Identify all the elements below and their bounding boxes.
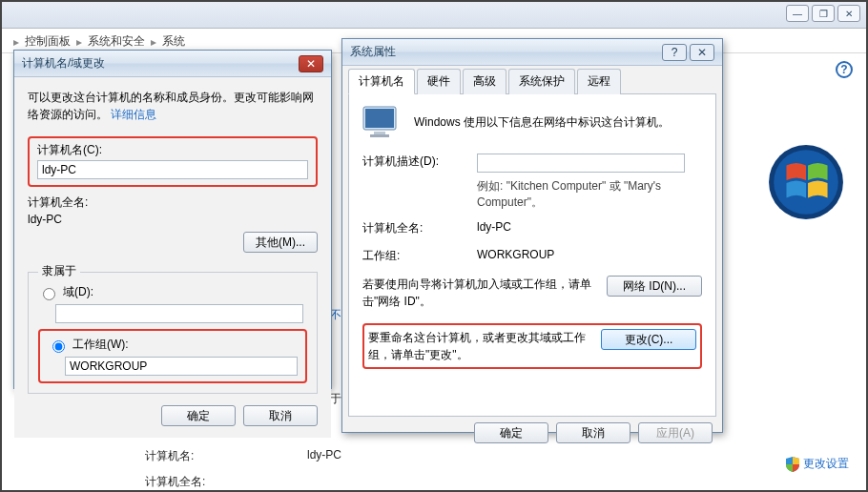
help-icon[interactable]: ? <box>836 61 853 78</box>
rename-domain-dialog: 计算机名/域更改 ✕ 可以更改这台计算机的名称和成员身份。更改可能影响网络资源的… <box>13 50 332 389</box>
breadcrumb-item[interactable]: 系统和安全 <box>88 33 145 50</box>
full-name-label: 计算机全名: <box>362 220 477 236</box>
tabs: 计算机名 硬件 高级 系统保护 远程 <box>348 68 716 94</box>
member-of-label: 隶属于 <box>38 263 80 279</box>
computer-name-value: ldy-PC <box>307 448 341 464</box>
computer-name-input[interactable] <box>37 160 308 179</box>
cancel-button[interactable]: 取消 <box>556 422 630 443</box>
ok-button[interactable]: 确定 <box>161 405 236 426</box>
shield-icon <box>786 457 799 472</box>
description-label: 计算机描述(D): <box>362 154 477 173</box>
svg-point-1 <box>774 150 838 215</box>
description-input[interactable] <box>477 154 685 173</box>
tab-computer-name[interactable]: 计算机名 <box>348 69 415 94</box>
tab-hardware[interactable]: 硬件 <box>417 69 461 94</box>
change-settings-label: 更改设置 <box>803 456 849 472</box>
workgroup-value: WORKGROUP <box>477 248 702 264</box>
chevron-right-icon: ▸ <box>13 35 19 49</box>
intro-text: Windows 使用以下信息在网络中标识这台计算机。 <box>414 114 670 131</box>
dialog-title: 计算机名/域更改 <box>22 55 105 72</box>
computer-name-label: 计算机名: <box>145 448 307 464</box>
workgroup-label: 工作组(W): <box>72 337 129 353</box>
other-button[interactable]: 其他(M)... <box>243 232 318 253</box>
svg-rect-4 <box>374 132 385 134</box>
domain-input <box>55 304 303 323</box>
change-settings-link[interactable]: 更改设置 <box>786 456 849 472</box>
tab-panel: Windows 使用以下信息在网络中标识这台计算机。 计算机描述(D): 例如:… <box>348 94 716 417</box>
dialog-description: 可以更改这台计算机的名称和成员身份。更改可能影响网络资源的访问。 详细信息 <box>28 89 318 123</box>
computer-name-label: 计算机名(C): <box>37 142 308 158</box>
workgroup-radio[interactable] <box>52 340 65 353</box>
minimize-button[interactable]: — <box>786 5 809 22</box>
close-button[interactable]: ✕ <box>837 5 860 22</box>
dialog-titlebar[interactable]: 系统属性 ? ✕ <box>342 39 722 66</box>
close-icon[interactable]: ✕ <box>299 55 323 72</box>
network-id-button[interactable]: 网络 ID(N)... <box>607 276 702 297</box>
tab-advanced[interactable]: 高级 <box>463 69 506 94</box>
ok-button[interactable]: 确定 <box>474 422 548 443</box>
window-controls: — ❐ ✕ <box>786 5 860 22</box>
computer-name-highlight: 计算机名(C): <box>28 136 318 187</box>
dialog-help-button[interactable]: ? <box>662 44 687 61</box>
domain-radio[interactable] <box>43 288 55 300</box>
breadcrumb-item[interactable]: 系统 <box>162 33 185 50</box>
window-topbar: — ❐ ✕ <box>2 2 866 29</box>
tab-remote[interactable]: 远程 <box>577 69 621 94</box>
svg-rect-5 <box>370 134 389 137</box>
change-button[interactable]: 更改(C)... <box>601 329 696 350</box>
breadcrumb-item[interactable]: 控制面板 <box>25 33 71 50</box>
change-highlight: 要重命名这台计算机，或者更改其域或工作组，请单击"更改"。 更改(C)... <box>362 323 702 369</box>
maximize-button[interactable]: ❐ <box>812 5 835 22</box>
workgroup-input[interactable] <box>65 357 298 376</box>
dialog-title: 系统属性 <box>350 44 396 60</box>
svg-rect-3 <box>365 109 394 128</box>
windows-logo-icon <box>767 143 845 221</box>
full-name-value: ldy-PC <box>477 220 702 236</box>
close-icon[interactable]: ✕ <box>690 44 714 61</box>
full-name-label: 计算机全名: <box>28 195 318 211</box>
system-properties-dialog: 系统属性 ? ✕ 计算机名 硬件 高级 系统保护 远程 Windows 使用以下… <box>341 38 723 433</box>
cancel-button[interactable]: 取消 <box>243 405 318 426</box>
computer-fullname-label: 计算机全名: <box>145 474 307 490</box>
full-name-value: ldy-PC <box>28 213 318 226</box>
chevron-right-icon: ▸ <box>151 35 156 49</box>
member-of-group: 隶属于 域(D): 工作组(W): <box>28 272 318 394</box>
dialog-titlebar[interactable]: 计算机名/域更改 ✕ <box>14 51 331 77</box>
computer-icon <box>362 106 401 138</box>
wizard-text: 若要使用向导将计算机加入域或工作组，请单击"网络 ID"。 <box>362 276 597 310</box>
tab-system-protection[interactable]: 系统保护 <box>508 69 575 94</box>
workgroup-label: 工作组: <box>362 248 477 264</box>
details-link[interactable]: 详细信息 <box>111 108 156 121</box>
apply-button[interactable]: 应用(A) <box>638 422 713 443</box>
example-text: 例如: "Kitchen Computer" 或 "Mary's Compute… <box>477 178 702 211</box>
domain-label: 域(D): <box>63 284 93 300</box>
change-text: 要重命名这台计算机，或者更改其域或工作组，请单击"更改"。 <box>368 329 591 363</box>
chevron-right-icon: ▸ <box>76 35 82 49</box>
